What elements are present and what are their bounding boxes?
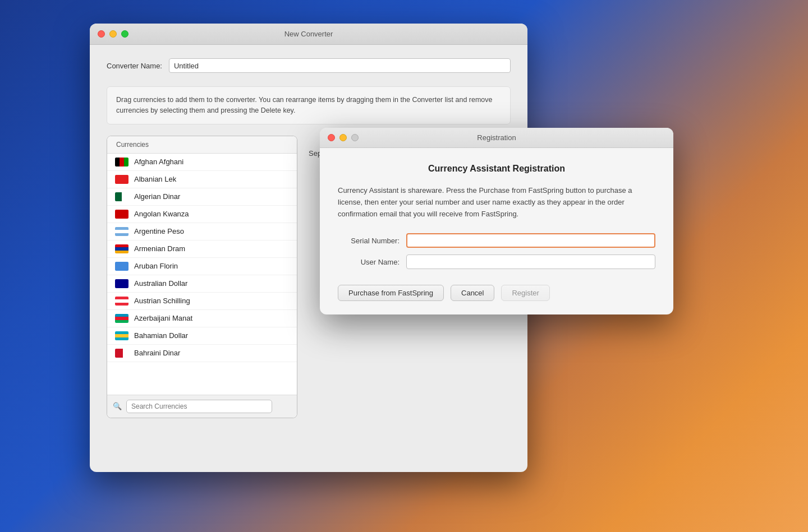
currency-item-dz[interactable]: Algerian Dinar [107,188,297,206]
search-input[interactable] [126,400,272,413]
reg-buttons: Purchase from FastSpring Cancel Register [338,285,655,301]
reg-cancel-button[interactable]: Cancel [451,285,494,301]
currency-name-at: Austrian Schilling [134,297,190,305]
flag-at [115,297,128,306]
main-traffic-lights [98,30,128,38]
flag-au [115,279,128,288]
register-button[interactable]: Register [501,285,549,301]
flag-ao [115,210,128,219]
currency-name-al: Albanian Lek [134,175,176,183]
currency-item-am[interactable]: Armenian Dram [107,240,297,258]
reg-content: Currency Assistant Registration Currency… [320,148,673,314]
zoom-button[interactable] [121,30,128,38]
flag-bh [115,349,128,358]
reg-zoom-button[interactable] [351,134,359,141]
serial-number-row: Serial Number: [338,233,655,248]
converter-name-row: Converter Name: [107,58,511,73]
search-icon: 🔍 [113,402,122,410]
currency-name-bs: Bahamian Dollar [134,331,188,340]
reg-window-title: Registration [477,133,516,142]
flag-dz [115,192,128,201]
currencies-panel: Currencies Afghan AfghaniAlbanian LekAlg… [107,136,297,418]
converter-name-input[interactable] [169,58,511,73]
currency-item-af[interactable]: Afghan Afghani [107,154,297,171]
instructions-text: Drag currencies to add them to the conve… [107,86,511,124]
currency-item-ar[interactable]: Argentine Peso [107,223,297,240]
reg-titlebar: Registration [320,128,673,148]
flag-al [115,175,128,184]
currency-item-ao[interactable]: Angolan Kwanza [107,206,297,223]
main-window-titlebar: New Converter [90,24,527,45]
currencies-header: Currencies [107,136,297,154]
minimize-button[interactable] [109,30,117,38]
currency-name-ao: Angolan Kwanza [134,210,189,218]
currency-name-au: Australian Dollar [134,279,187,288]
serial-number-label: Serial Number: [338,237,400,245]
currency-item-az[interactable]: Azerbaijani Manat [107,310,297,327]
flag-aw [115,262,128,271]
user-name-row: User Name: [338,255,655,269]
user-name-input[interactable] [406,255,655,269]
currency-item-bs[interactable]: Bahamian Dollar [107,327,297,345]
reg-heading: Currency Assistant Registration [338,164,655,174]
currency-item-at[interactable]: Austrian Schilling [107,293,297,310]
currency-name-ar: Argentine Peso [134,227,184,235]
currency-name-am: Armenian Dram [134,244,185,253]
currency-item-bh[interactable]: Bahraini Dinar [107,345,297,362]
currency-name-af: Afghan Afghani [134,158,183,166]
currency-item-au[interactable]: Australian Dollar [107,275,297,293]
flag-ar [115,227,128,236]
serial-number-input[interactable] [406,233,655,248]
currency-item-al[interactable]: Albanian Lek [107,171,297,188]
currency-name-az: Azerbaijani Manat [134,314,192,322]
user-name-label: User Name: [338,258,400,266]
registration-dialog: Registration Currency Assistant Registra… [320,128,673,314]
converter-name-label: Converter Name: [107,62,162,70]
flag-am [115,244,128,253]
close-button[interactable] [98,30,105,38]
currency-item-aw[interactable]: Aruban Florin [107,258,297,275]
reg-description: Currency Assistant is shareware. Press t… [338,185,655,220]
currencies-list[interactable]: Afghan AfghaniAlbanian LekAlgerian Dinar… [107,154,297,395]
main-window-title: New Converter [284,30,333,38]
reg-minimize-button[interactable] [339,134,347,141]
currency-name-bh: Bahraini Dinar [134,349,180,357]
flag-az [115,314,128,323]
currencies-list-panel: Currencies Afghan AfghaniAlbanian LekAlg… [107,136,297,418]
reg-close-button[interactable] [328,134,335,141]
search-bar: 🔍 [107,395,297,418]
currency-name-aw: Aruban Florin [134,262,178,270]
currency-name-dz: Algerian Dinar [134,192,180,201]
reg-traffic-lights [328,134,359,141]
flag-bs [115,331,128,340]
flag-af [115,158,128,166]
purchase-button[interactable]: Purchase from FastSpring [338,285,444,301]
